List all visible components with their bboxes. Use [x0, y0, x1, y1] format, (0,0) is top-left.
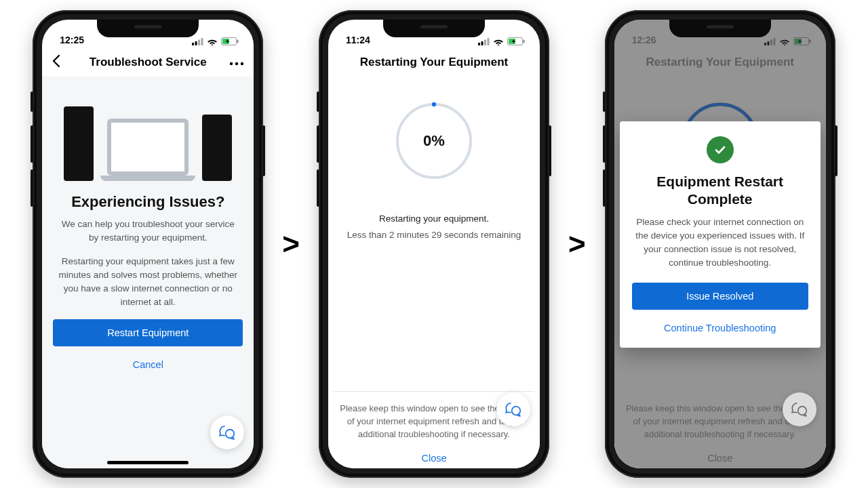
- equipment-illustration: [53, 93, 243, 181]
- content-area: Experiencing Issues? We can help you tro…: [42, 77, 254, 468]
- svg-rect-13: [484, 39, 486, 45]
- chat-icon: [505, 401, 522, 418]
- chevron-left-icon: [52, 54, 61, 68]
- nav-bar: Troubleshoot Service: [42, 47, 254, 79]
- svg-rect-2: [198, 39, 200, 45]
- svg-rect-0: [192, 43, 194, 45]
- laptop-icon: [100, 119, 195, 181]
- progress-value: 0%: [390, 97, 478, 185]
- phone-frame-3: 12:26 Restarting Your Equipment Ple: [605, 10, 835, 478]
- screen-2: 11:24 Restarting Your Equipment 0%: [328, 20, 540, 468]
- status-heading: Restarting your equipment.: [379, 212, 489, 226]
- phone-frame-1: 12:25 Troubleshoot Service: [33, 10, 263, 478]
- chat-fab[interactable]: [783, 392, 816, 426]
- time-remaining: Less than 2 minutes 29 seconds remaining: [347, 228, 521, 242]
- svg-point-8: [235, 62, 238, 65]
- chat-fab[interactable]: [496, 392, 530, 426]
- notch: [97, 20, 199, 37]
- battery-charging-icon: [221, 37, 239, 45]
- more-button[interactable]: [229, 56, 244, 68]
- success-badge: [707, 136, 734, 163]
- battery-charging-icon: [507, 37, 525, 45]
- wifi-icon: [493, 38, 504, 45]
- page-title: Restarting Your Equipment: [360, 56, 509, 69]
- continue-troubleshooting-button[interactable]: Continue Troubleshooting: [660, 322, 780, 334]
- flow-arrow-1: >: [282, 227, 300, 261]
- back-button[interactable]: [52, 54, 61, 70]
- svg-point-7: [230, 62, 233, 65]
- screen-3: 12:26 Restarting Your Equipment Ple: [614, 20, 826, 468]
- svg-rect-17: [524, 40, 525, 43]
- status-time: 11:24: [346, 35, 370, 45]
- ellipsis-icon: [229, 62, 244, 66]
- phone-frame-2: 11:24 Restarting Your Equipment 0%: [319, 10, 549, 478]
- home-indicator[interactable]: [107, 461, 189, 464]
- progress-ring: 0%: [390, 97, 478, 185]
- screen-1: 12:25 Troubleshoot Service: [42, 20, 254, 468]
- nav-bar: Restarting Your Equipment: [328, 47, 540, 79]
- restart-equipment-button[interactable]: Restart Equipment: [53, 319, 243, 346]
- chat-fab[interactable]: [210, 415, 244, 449]
- page-title: Troubleshoot Service: [90, 56, 207, 69]
- svg-rect-1: [195, 41, 197, 45]
- issue-resolved-button[interactable]: Issue Resolved: [632, 283, 808, 310]
- svg-rect-11: [478, 43, 480, 45]
- svg-rect-12: [481, 41, 484, 45]
- cellular-icon: [192, 38, 203, 45]
- flow-arrow-2: >: [568, 227, 586, 261]
- wifi-icon: [207, 38, 218, 45]
- check-icon: [713, 142, 728, 157]
- close-button[interactable]: Close: [339, 452, 529, 464]
- router-icon: [64, 106, 94, 181]
- notch: [383, 20, 485, 37]
- cancel-button[interactable]: Cancel: [129, 359, 167, 371]
- svg-rect-3: [201, 38, 203, 45]
- chat-icon: [218, 424, 236, 441]
- modal-body: Please check your internet connection on…: [632, 216, 808, 270]
- intro-paragraph: We can help you troubleshoot your servic…: [56, 218, 240, 245]
- chat-icon: [791, 401, 808, 418]
- three-phone-sequence: 12:25 Troubleshoot Service: [0, 0, 868, 488]
- completion-modal: Equipment Restart Complete Please check …: [620, 121, 821, 348]
- svg-rect-14: [488, 38, 490, 45]
- modal-heading: Equipment Restart Complete: [632, 173, 808, 209]
- svg-rect-6: [237, 40, 239, 43]
- detail-paragraph: Restarting your equipment takes just a f…: [56, 255, 240, 310]
- heading: Experiencing Issues?: [71, 193, 224, 211]
- status-time: 12:25: [60, 35, 84, 45]
- modem-icon: [202, 115, 232, 181]
- status-icons: [478, 37, 525, 45]
- notch: [669, 20, 771, 37]
- status-icons: [192, 37, 239, 45]
- cellular-icon: [478, 38, 490, 45]
- svg-point-9: [241, 62, 243, 65]
